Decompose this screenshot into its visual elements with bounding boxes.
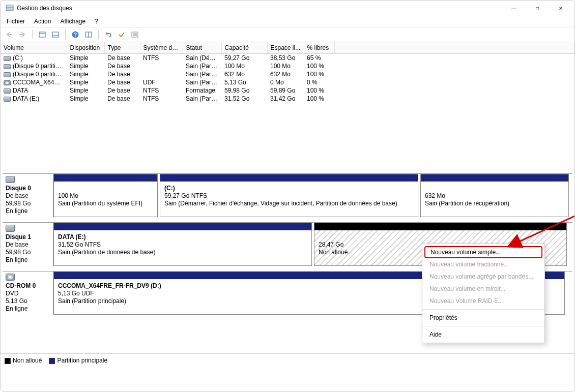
- view-bottom-button[interactable]: [50, 29, 61, 40]
- cd-icon: [6, 274, 15, 281]
- forward-button[interactable]: [17, 29, 28, 40]
- settings-button[interactable]: [83, 29, 94, 40]
- legend: Non alloué Partition principale: [1, 353, 574, 367]
- menu-file[interactable]: Fichier: [3, 17, 29, 26]
- col-status[interactable]: Statut: [183, 42, 221, 54]
- maximize-button[interactable]: □: [526, 1, 549, 16]
- list-button[interactable]: [129, 29, 140, 40]
- ctx-help[interactable]: Aide: [422, 328, 544, 341]
- partition[interactable]: DATA (E:)31,52 Go NTFSSain (Partition de…: [53, 223, 312, 266]
- disk-row: Disque 0De base59,98 GoEn ligne 100 MoSa…: [3, 173, 572, 217]
- col-volume[interactable]: Volume: [1, 42, 67, 54]
- partition[interactable]: 632 MoSain (Partition de récupération): [420, 174, 569, 217]
- swatch-primary: [49, 358, 55, 364]
- refresh-button[interactable]: [103, 29, 114, 40]
- menu-view[interactable]: Affichage: [56, 17, 90, 26]
- hdd-icon: [6, 225, 15, 232]
- col-free[interactable]: Espace li...: [267, 42, 304, 54]
- menubar: Fichier Action Affichage ?: [1, 16, 574, 27]
- minimize-button[interactable]: —: [502, 1, 526, 16]
- table-row[interactable]: (C:)SimpleDe baseNTFSSain (Dém...59,27 G…: [1, 54, 574, 63]
- partition[interactable]: (C:)59,27 Go NTFSSain (Démarrer, Fichier…: [160, 174, 418, 217]
- ctx-new-simple-volume[interactable]: Nouveau volume simple...: [424, 246, 542, 258]
- col-capacity[interactable]: Capacité: [221, 42, 267, 54]
- legend-primary-label: Partition principale: [57, 357, 107, 364]
- menu-help[interactable]: ?: [91, 17, 102, 26]
- svg-rect-4: [52, 32, 59, 37]
- close-button[interactable]: ✕: [549, 1, 572, 16]
- hdd-icon: [4, 64, 11, 69]
- svg-rect-1: [6, 5, 13, 7]
- svg-rect-2: [39, 32, 45, 37]
- context-menu: Nouveau volume simple... Nouveau volume …: [422, 244, 545, 343]
- hdd-icon: [4, 72, 11, 77]
- table-row[interactable]: (Disque 0 partition...SimpleDe baseSain …: [1, 62, 574, 70]
- ctx-new-mirror-volume: Nouveau volume en miroir...: [422, 283, 544, 295]
- action-check-button[interactable]: [116, 29, 127, 40]
- disk-header[interactable]: Disque 0De base59,98 GoEn ligne: [3, 174, 53, 217]
- back-button[interactable]: [4, 29, 15, 40]
- disk-header[interactable]: Disque 1De base59,98 GoEn ligne: [3, 223, 53, 266]
- hdd-icon: [4, 97, 11, 102]
- legend-unallocated-label: Non alloué: [13, 357, 42, 364]
- ctx-new-spanned-volume: Nouveau volume fractionné...: [422, 258, 544, 270]
- table-row[interactable]: DATASimpleDe baseNTFSFormatage59,98 Go59…: [1, 86, 574, 95]
- partition[interactable]: 100 MoSain (Partition du système EFI): [53, 174, 158, 217]
- ctx-properties[interactable]: Propriétés: [422, 312, 544, 324]
- help-icon[interactable]: ?: [70, 29, 81, 40]
- menu-action[interactable]: Action: [30, 17, 55, 26]
- app-icon: [6, 4, 14, 12]
- col-layout[interactable]: Disposition: [67, 42, 104, 54]
- hdd-icon: [4, 88, 11, 94]
- view-top-button[interactable]: [37, 29, 48, 40]
- cd-icon: [4, 80, 11, 85]
- disk-header[interactable]: CD-ROM 0DVD5,13 GoEn ligne: [3, 272, 53, 315]
- window-title: Gestion des disques: [17, 5, 502, 12]
- window-controls: — □ ✕: [502, 1, 572, 16]
- titlebar: Gestion des disques — □ ✕: [1, 1, 574, 16]
- swatch-unallocated: [5, 358, 11, 364]
- svg-text:?: ?: [74, 32, 77, 38]
- table-header-row[interactable]: Volume Disposition Type Système de ... S…: [1, 42, 574, 54]
- ctx-new-striped-volume: Nouveau volume agrégé par bandes...: [422, 270, 544, 283]
- hdd-icon: [6, 176, 15, 183]
- col-fs[interactable]: Système de ...: [140, 42, 183, 54]
- table-row[interactable]: (Disque 0 partition...SimpleDe baseSain …: [1, 70, 574, 78]
- table-row[interactable]: CCCOMA_X64FRE...SimpleDe baseUDFSain (Pa…: [1, 78, 574, 86]
- col-pctfree[interactable]: % libres: [304, 42, 334, 54]
- col-type[interactable]: Type: [104, 42, 140, 54]
- table-row[interactable]: DATA (E:)SimpleDe baseNTFSSain (Parti...…: [1, 95, 574, 103]
- toolbar: ?: [1, 27, 574, 42]
- ctx-new-raid5-volume: Nouveau Volume RAID-5...: [422, 295, 544, 307]
- volumes-pane[interactable]: Volume Disposition Type Système de ... S…: [1, 42, 574, 170]
- hdd-icon: [4, 56, 11, 61]
